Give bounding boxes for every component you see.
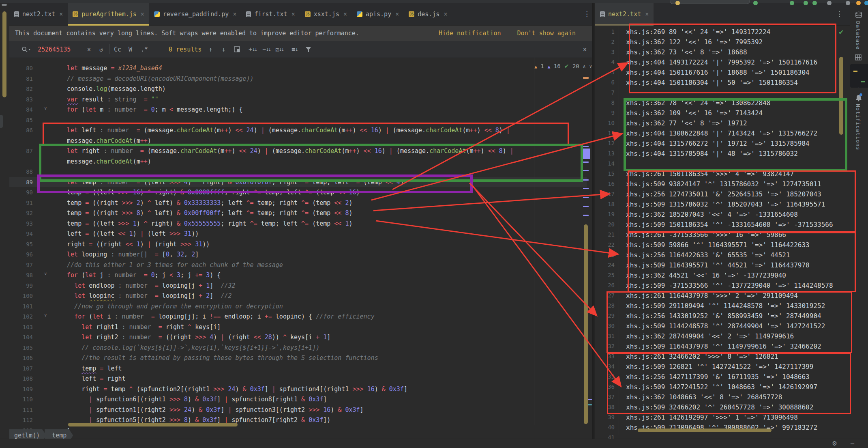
close-icon[interactable]: × (59, 11, 63, 18)
close-icon[interactable]: × (395, 11, 399, 18)
toolbar-icon[interactable] (864, 1, 868, 5)
code-line[interactable]: 101 //now go through and perform the enc… (9, 301, 587, 312)
log-line[interactable]: 39xhs.js:261 1426192997 '>>>' 1 '=>' 713… (595, 412, 834, 422)
fold-icon[interactable]: ∨ (44, 312, 47, 318)
code-line[interactable]: 89 let temp : number = ((left >>> 4) ^ r… (9, 177, 587, 187)
filter-funnel-icon[interactable] (305, 41, 311, 58)
code-line[interactable]: 91 temp = ((right >>> 2) ^ left) & 0x333… (9, 198, 587, 208)
tab-first.txt[interactable]: first.txt× (241, 3, 300, 25)
bell-icon[interactable] (855, 94, 862, 103)
code-line[interactable]: 92 temp = ((right >>> 8) ^ left) & 0x00f… (9, 208, 587, 218)
search-in-selection-icon[interactable] (234, 41, 240, 58)
log-line[interactable]: 3xhs.js:362 73 '<<' 8 '=>' 18688 (595, 47, 834, 57)
code-line[interactable]: 103 let right1 : number = right ^ keys[i… (9, 322, 587, 332)
regex-toggle[interactable]: .* (141, 41, 148, 58)
tab-apis.py[interactable]: apis.py× (352, 3, 404, 25)
log-line[interactable]: 22xhs.js:509 59866 '^' 1164395571 '=>' 1… (595, 240, 834, 250)
add-occurrence-icon[interactable]: +II (249, 41, 257, 58)
tab-xsxt.js[interactable]: JSxsxt.js× (300, 3, 352, 25)
code-line[interactable]: 108 left = right (9, 373, 587, 384)
log-line[interactable]: 5xhs.js:404 1501167616 '|' 18688 '=>' 15… (595, 67, 834, 78)
code-line[interactable]: message.charCodeAt(m++) (9, 156, 587, 167)
log-line[interactable]: 37xhs.js:362 1048663 '<<' 8 '=>' 2684577… (595, 392, 834, 402)
no-problems-check-icon[interactable]: ✔ (838, 28, 844, 36)
next-match-icon[interactable]: ↓ (222, 41, 225, 58)
tab-next2.txt[interactable]: next2.txt× (9, 3, 68, 25)
log-line[interactable]: 6xhs.js:404 1501186304 '|' 50 '=>' 15011… (595, 78, 834, 88)
close-find-bar-icon[interactable]: × (583, 41, 587, 58)
log-line[interactable]: 32xhs.js:509 1164437978 '^' 1149799616 '… (595, 341, 834, 351)
code-line[interactable]: 100 let loopinc : number = looping[j + 2… (9, 291, 587, 301)
tool-label-notifications[interactable]: Notifications (855, 104, 861, 151)
log-line[interactable]: 7 (595, 88, 834, 98)
vertical-scrollbar-thumb[interactable] (839, 57, 843, 135)
log-line[interactable]: 19xhs.js:362 185207043 '<<' 4 '=>' -1331… (595, 209, 834, 220)
code-line[interactable]: 87 let right : number = (message.charCod… (9, 146, 587, 156)
tab-options-kebab-icon[interactable]: ⋮ (836, 10, 843, 18)
gear-icon[interactable]: ⚙ (832, 440, 837, 447)
log-line[interactable]: 10xhs.js:362 77 '<<' 8 '=>' 19712 (595, 118, 834, 128)
code-line[interactable]: 85 (9, 115, 587, 125)
hide-notification-link[interactable]: Hide notification (439, 30, 501, 37)
words-toggle[interactable]: W (129, 41, 132, 58)
log-line[interactable]: 9xhs.js:362 109 '<<' 16 '=>' 7143424 (595, 108, 834, 118)
log-line[interactable]: 23xhs.js:256 1164422633 '&' 65535 '=>' 4… (595, 250, 834, 260)
log-line[interactable]: 14 (595, 159, 834, 169)
select-all-occurrences-icon[interactable]: ☑II (275, 41, 284, 58)
log-line[interactable]: 11xhs.js:404 1308622848 '|' 7143424 '=>'… (595, 128, 834, 138)
code-line[interactable]: 109 right = temp ^ (spfunction2[(right1 … (9, 384, 587, 394)
log-line[interactable]: 18xhs.js:509 1315786032 '^' 185207043 '=… (595, 199, 834, 209)
log-line[interactable]: 4xhs.js:404 1493172224 '|' 7995392 '=>' … (595, 57, 834, 67)
log-line[interactable]: 24xhs.js:509 1164395571 '^' 44521 '=>' 1… (595, 260, 834, 270)
toolbar-icon[interactable] (856, 1, 861, 5)
prev-match-icon[interactable]: ↑ (209, 41, 212, 58)
search-history-icon[interactable]: ↺ (99, 41, 103, 58)
code-line[interactable]: 95 right = ((right << 1) | (right >>> 31… (9, 239, 587, 250)
log-line[interactable]: 15xhs.js:261 1501186354 '>>>' 4 '=>' 938… (595, 169, 834, 179)
log-line[interactable]: 31xhs.js:362 287449904 '<<' 2 '=>' 11497… (595, 331, 834, 341)
code-line[interactable]: 104 let right2 : number = ((right >>> 4)… (9, 332, 587, 342)
log-line[interactable]: 21xhs.js:261 -371533566 '>>>' 16 '=>' 59… (595, 230, 834, 240)
code-line[interactable]: 102∨ for (let i : number = looping[j]; i… (9, 311, 587, 322)
collapse-icon[interactable]: — (851, 440, 854, 447)
code-line[interactable]: 99 let endloop : number = looping[j + 1]… (9, 280, 587, 291)
log-line[interactable]: 16xhs.js:509 93824147 '^' 1315786032 '=>… (595, 179, 834, 189)
close-icon[interactable]: × (233, 11, 236, 18)
log-line[interactable]: 12xhs.js:404 1315766272 '|' 19712 '=>' 1… (595, 138, 834, 149)
left-scroll-thumb[interactable] (2, 11, 6, 97)
toolbar-icon[interactable] (846, 1, 850, 5)
log-line[interactable]: 25xhs.js:362 44521 '<<' 16 '=>' -1377239… (595, 270, 834, 280)
code-line[interactable]: 98∨ for (let j : number = 0; j < 3; j +=… (9, 270, 587, 280)
log-line[interactable]: 38xhs.js:509 32466202 '^' 268457728 '=>'… (595, 402, 834, 412)
log-line[interactable]: 27xhs.js:261 1164437978 '>>>' 2 '=>' 291… (595, 291, 834, 301)
fold-icon[interactable]: ∨ (44, 106, 47, 111)
next-problem-icon[interactable]: ∨ (589, 64, 592, 69)
toolbar-icon[interactable] (812, 1, 817, 5)
code-line[interactable]: 86 let left : number = (message.charCode… (9, 125, 587, 136)
vertical-scrollbar-thumb[interactable] (584, 224, 588, 424)
dont-show-again-link[interactable]: Don't show again (517, 30, 576, 37)
code-line[interactable]: 97 //do this either 1 or 3 times for eac… (9, 260, 587, 270)
toolbar-icon[interactable] (804, 1, 808, 5)
log-line[interactable]: 36xhs.js:509 1427241522 '^' 1048663 '=>'… (595, 382, 834, 392)
tab-next2.txt[interactable]: next2.txt× (595, 3, 654, 25)
code-line[interactable]: 110 | spfunction6[(right1 >>> 8) & 0x3f]… (9, 394, 587, 405)
horizontal-scrollbar-thumb[interactable] (68, 423, 238, 426)
log-line[interactable]: 29xhs.js:256 1433019252 '&' 858993459 '=… (595, 311, 834, 321)
code-line[interactable]: 93 temp = ((left >>> 1) ^ right) & 0x555… (9, 218, 587, 229)
inspections-widget[interactable]: ▲ 1 ▲ 16 ✔ 20 ∧ ∨ (518, 61, 592, 71)
close-icon[interactable]: × (343, 11, 347, 18)
code-line[interactable]: 106 //the result is attained by passing … (9, 353, 587, 363)
tab-pureAgrithem.js[interactable]: JSpureAgrithem.js× (68, 3, 149, 25)
database-icon[interactable] (855, 11, 862, 20)
log-line[interactable]: 13xhs.js:404 1315785984 '|' 48 '=>' 1315… (595, 149, 834, 159)
code-line[interactable]: 84∨ for (let m : number = 0; m < message… (9, 104, 587, 115)
close-icon[interactable]: × (141, 11, 144, 18)
log-line[interactable]: 28xhs.js:509 291109494 '^' 1144248578 '=… (595, 301, 834, 311)
toolbar-icon[interactable] (827, 1, 832, 5)
grid-icon[interactable] (855, 54, 862, 62)
code-line[interactable]: 83 var result : string = "" (9, 94, 587, 105)
match-case-toggle[interactable]: Cc (114, 41, 121, 58)
code-line[interactable]: 82 console.log(message.length) (9, 84, 587, 94)
tool-label-database[interactable]: Database (855, 21, 861, 50)
